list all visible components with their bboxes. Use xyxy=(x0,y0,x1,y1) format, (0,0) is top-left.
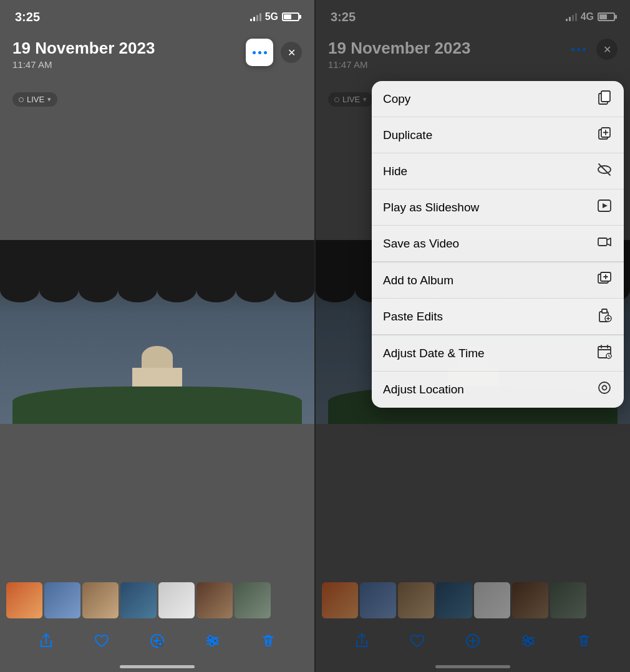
status-icons: 5G xyxy=(250,11,299,22)
thumbnail-1[interactable] xyxy=(6,582,42,618)
trash-icon xyxy=(260,633,276,649)
thumbnail-4[interactable] xyxy=(120,582,157,618)
status-bar: 3:25 5G xyxy=(0,0,314,34)
svg-rect-24 xyxy=(602,309,607,313)
copy-label: Copy xyxy=(383,92,410,106)
left-panel: 3:25 5G 19 November 2023 11:47 AM xyxy=(0,0,314,672)
adjust-icon xyxy=(205,633,221,649)
home-indicator xyxy=(120,665,195,668)
calendar-icon xyxy=(596,343,613,363)
awning xyxy=(0,240,314,290)
svg-point-33 xyxy=(599,382,610,393)
close-button[interactable]: ✕ xyxy=(281,42,302,63)
adjust-date-label: Adjust Date & Time xyxy=(383,347,485,360)
share-button[interactable] xyxy=(32,627,60,655)
right-panel: 3:25 4G 19 November 2023 11:47 AM ✕ xyxy=(316,0,630,672)
toolbar xyxy=(0,622,314,660)
trees xyxy=(12,386,302,424)
dot-1 xyxy=(253,51,256,54)
video-icon xyxy=(596,234,613,254)
slideshow-label: Play as Slideshow xyxy=(383,201,479,214)
menu-item-copy[interactable]: Copy xyxy=(372,81,624,117)
live-badge[interactable]: LIVE ▾ xyxy=(12,92,57,107)
thumbnail-strip xyxy=(0,578,314,622)
add-button[interactable] xyxy=(143,627,171,655)
hide-icon xyxy=(596,161,613,181)
menu-item-adjust-location[interactable]: Adjust Location xyxy=(372,372,624,408)
svg-marker-17 xyxy=(603,203,608,208)
paste-edits-icon xyxy=(596,307,613,327)
svg-rect-18 xyxy=(598,238,607,246)
thumbnail-5[interactable] xyxy=(158,582,195,618)
signal-icon xyxy=(250,12,261,21)
more-dots xyxy=(253,51,267,54)
header-actions: ✕ xyxy=(246,39,302,66)
more-button[interactable] xyxy=(246,39,273,66)
menu-item-adjust-date[interactable]: Adjust Date & Time xyxy=(372,335,624,372)
dot-2 xyxy=(258,51,261,54)
dot-3 xyxy=(264,51,267,54)
svg-rect-9 xyxy=(601,91,610,102)
thumbnail-6[interactable] xyxy=(196,582,233,618)
chevron-down-icon: ▾ xyxy=(47,95,51,103)
adjust-button[interactable] xyxy=(199,627,226,655)
duplicate-label: Duplicate xyxy=(383,128,432,142)
network-label: 5G xyxy=(265,11,278,22)
heart-icon xyxy=(94,633,110,649)
add-album-label: Add to Album xyxy=(383,274,453,287)
close-icon: ✕ xyxy=(288,47,296,59)
copy-icon xyxy=(596,89,613,109)
thumbnail-7[interactable] xyxy=(235,582,271,618)
play-icon xyxy=(596,198,613,218)
album-icon xyxy=(596,271,613,290)
thumbnail-3[interactable] xyxy=(82,582,119,618)
duplicate-icon xyxy=(596,125,613,145)
svg-point-6 xyxy=(213,639,217,643)
live-indicator xyxy=(19,97,24,102)
status-time: 3:25 xyxy=(15,10,40,24)
svg-point-34 xyxy=(603,386,607,390)
context-menu: Copy Duplicate Hide xyxy=(372,81,624,408)
awning-scallop xyxy=(0,277,314,302)
live-label: LIVE xyxy=(27,95,44,104)
delete-button[interactable] xyxy=(254,627,282,655)
adjust-location-label: Adjust Location xyxy=(383,383,464,396)
favorite-button[interactable] xyxy=(88,627,115,655)
menu-item-duplicate[interactable]: Duplicate xyxy=(372,117,624,153)
menu-item-save-video[interactable]: Save as Video xyxy=(372,226,624,262)
location-icon xyxy=(596,380,613,400)
menu-item-paste-edits[interactable]: Paste Edits xyxy=(372,299,624,335)
thumbnail-2[interactable] xyxy=(44,582,80,618)
battery-icon xyxy=(282,12,299,21)
svg-point-5 xyxy=(208,636,212,640)
photo-image xyxy=(0,240,314,424)
share-icon xyxy=(38,633,54,649)
svg-point-7 xyxy=(210,642,214,646)
save-video-label: Save as Video xyxy=(383,237,459,251)
menu-item-add-album[interactable]: Add to Album xyxy=(372,262,624,299)
add-icon xyxy=(149,633,165,649)
hide-label: Hide xyxy=(383,165,407,178)
paste-edits-label: Paste Edits xyxy=(383,310,443,324)
menu-item-hide[interactable]: Hide xyxy=(372,153,624,190)
menu-item-slideshow[interactable]: Play as Slideshow xyxy=(372,190,624,226)
